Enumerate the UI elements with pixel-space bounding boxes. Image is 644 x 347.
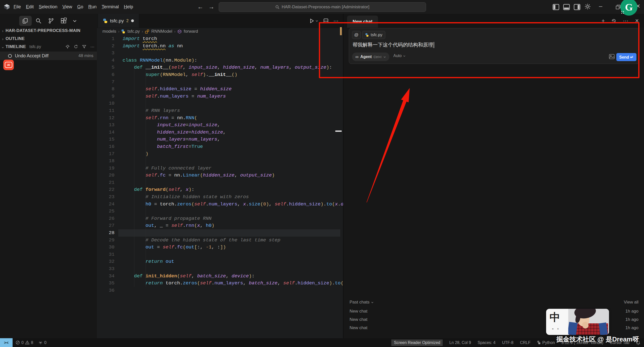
menu-item-edit[interactable]: Edit [23,3,36,11]
window-restore-icon[interactable] [616,5,621,10]
past-chat-time: 1h ago [625,309,638,314]
code-line: self.rnn = nn.RNN( [123,114,343,122]
remote-indicator[interactable]: >< [0,338,13,347]
code-line: input_size=input_size, [123,121,343,129]
code-line [123,251,343,258]
more-views-chevron-icon[interactable] [70,16,79,26]
extensions-icon[interactable] [57,16,70,26]
command-center-search[interactable]: HAR-Dataset-Preprocess-main [Administrat… [219,2,426,12]
screen-reader-status[interactable]: Screen Reader Optimized [391,339,443,346]
sidebar-item-timeline[interactable]: ⌄ TIMELINE tsfc.py ⋯ [0,43,97,51]
more-actions-icon[interactable]: ⋯ [90,45,94,49]
status-left: 0 8 0 [16,338,47,347]
code-line [123,229,343,237]
line-number: 20 [97,172,115,179]
toggle-sidebar-left-icon[interactable] [553,4,559,10]
source-control-icon[interactable] [45,16,57,26]
code-line: import torch [123,35,343,42]
menu-item-go[interactable]: Go [75,3,86,11]
menu-item-view[interactable]: View [60,3,75,11]
nav-back-icon[interactable]: ← [197,3,203,10]
search-sidebar-icon[interactable] [32,16,45,26]
eol-status[interactable]: CRLF [520,340,531,345]
breadcrumb: models › tsfc.py › RNNModel › forward [97,28,349,35]
line-number: 10 [97,100,115,107]
line-number: 3 [97,50,115,57]
timeline-label: TIMELINE [6,44,26,49]
line-number: 9 [97,93,115,100]
toggle-sidebar-right-icon[interactable] [574,4,580,10]
line-number: 27 [97,222,115,229]
sidebar: › HAR-DATASET-PREPROCESS-MAIN › OUTLINE … [0,14,97,338]
grammarly-letter: G [625,1,633,13]
editor-tab-bar: tsfc.py 2 ⋯ [97,14,343,28]
editor-group: tsfc.py 2 ⋯ models › tsfc.py › RNNModel … [97,14,343,338]
python-icon [537,341,541,344]
code-line: self.num_layers = num_layers [123,93,343,100]
line-number: 36 [97,287,115,294]
breadcrumb-folder[interactable]: models [102,29,116,34]
line-number: 19 [97,165,115,172]
code-line: return out [123,258,343,265]
encoding-status[interactable]: UTF-8 [502,340,513,345]
nav-forward-icon[interactable]: → [208,3,214,10]
menu-item-selection[interactable]: Selection [36,3,60,11]
line-number: 26 [97,215,115,222]
timeline-dot-icon [8,54,12,58]
view-all-link[interactable]: View all [624,300,638,305]
code-line: # Fully connected layer [123,165,343,172]
refresh-icon[interactable] [74,45,78,49]
timeline-entry-label: Undo Accept Diff [15,53,49,59]
chevron-down-icon: ⌄ [0,45,6,49]
sidebar-item-outline[interactable]: › OUTLINE [0,35,97,43]
past-chat-title: New chat [350,317,367,322]
python-file-icon [103,19,107,23]
watermark-caption: 掘金技术社区 @ 是Dream呀 [552,335,643,344]
past-chats-toggle[interactable]: Past chats [350,300,374,305]
past-chat-time: 1h ago [625,325,638,330]
code-line: num_layers=num_layers, [123,136,343,143]
watermark-cn-char: 中 [550,310,560,324]
grammarly-dots-icon [621,11,624,14]
line-number: 24 [97,201,115,208]
code-line: # Forward propagate RNN [123,215,343,222]
settings-gear-icon[interactable] [584,4,591,10]
window-minimize-icon[interactable]: – [599,3,602,10]
ports-status[interactable]: 0 [38,340,47,345]
toggle-panel-bottom-icon[interactable] [563,4,570,10]
chevron-right-icon: › [0,29,6,33]
breadcrumb-class[interactable]: RNNModel [151,29,172,34]
cursor-position-status[interactable]: Ln 28, Col 9 [449,340,471,345]
menu-item-terminal[interactable]: Terminal [99,3,121,11]
menu-item-file[interactable]: File [11,3,23,11]
line-number: 35 [97,280,115,287]
line-number: 5 [97,64,115,71]
tab-tsfc-py[interactable]: tsfc.py 2 [98,14,139,28]
breadcrumb-file[interactable]: tsfc.py [127,29,140,34]
code-editor[interactable]: 1234567891011121314151617181920212223242… [97,35,343,338]
error-icon [16,340,20,345]
line-number: 23 [97,193,115,201]
problems-status[interactable]: 0 8 [16,340,33,345]
warning-count: 8 [31,340,33,345]
line-number: 25 [97,208,115,215]
run-python-file-button[interactable] [309,18,318,23]
menu-item-run[interactable]: Run [86,3,99,11]
indentation-status[interactable]: Spaces: 4 [478,340,496,345]
timeline-entry[interactable]: Undo Accept Diff 48 mins [0,52,97,60]
tab-modified-dot-icon[interactable] [131,19,134,22]
code-line [123,50,343,57]
ai-assistant-button[interactable]: AI [3,60,14,70]
code-line: # RNN layers [123,107,343,114]
line-number: 7 [97,78,115,86]
code-line: def forward(self, x): [123,186,343,193]
ports-count: 0 [44,340,47,345]
pin-icon[interactable] [65,45,70,49]
menu-item-help[interactable]: Help [121,3,136,11]
explorer-icon[interactable] [19,16,32,26]
title-bar: FileEditSelectionViewGoRunTerminalHelp ←… [0,0,644,14]
code-line: out, _ = self.rnn(x, h0) [123,222,343,229]
sidebar-item-project-root[interactable]: › HAR-DATASET-PREPROCESS-MAIN [0,27,97,35]
breadcrumb-method[interactable]: forward [184,29,198,34]
filter-icon[interactable] [82,45,86,49]
